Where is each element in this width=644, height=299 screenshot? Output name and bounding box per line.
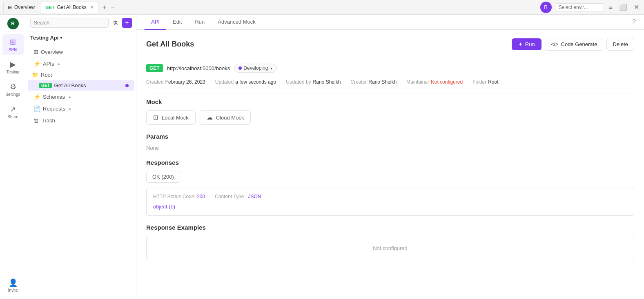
meta-updated-by-label: Updated by [286,79,311,85]
meta-creator: Creator Rano Sheikh [350,79,397,85]
env-badge-label: Developing [243,65,268,71]
cloud-mock-button[interactable]: ☁ Cloud Mock [200,110,251,125]
response-examples-content: Not configured [146,236,634,260]
mock-buttons: ⊡ Local Mock ☁ Cloud Mock [146,110,634,125]
env-select-input[interactable] [555,3,604,11]
grid-icon: ⊞ [8,4,12,10]
tab-edit[interactable]: Edit [166,15,188,30]
endpoint-url: http://localhost:5000/books [167,65,230,71]
run-button-label: Run [525,41,535,47]
left-nav: ⊞ Overview ⚡ APIs ▸ 📁 Root GET Get All B… [26,44,136,128]
get-method-badge: GET [39,83,52,88]
api-item-get-all-books[interactable]: GET Get All Books [28,80,134,91]
status-value: 200 [197,194,205,199]
nav-item-root[interactable]: 📁 Root [26,70,136,80]
tab-get-all-books[interactable]: GET Get All Books ✕ [41,2,98,13]
cloud-mock-label: Cloud Mock [216,115,244,121]
divider-1 [146,93,634,93]
add-tab-button[interactable]: + [100,4,109,11]
content-tabs: API Edit Run Advanced Mock ? [136,15,644,30]
mock-title: Mock [146,98,634,105]
meta-folder-label: Folder [472,79,486,85]
delete-button[interactable]: Delete [606,38,634,51]
help-icon[interactable]: ? [632,18,636,26]
mock-section: Mock ⊡ Local Mock ☁ Cloud Mock [146,98,634,125]
search-input[interactable] [30,18,109,28]
sidebar-item-settings-label: Settings [5,92,20,97]
chevron-down-icon: ▾ [60,35,62,40]
help-icon-wrapper: ? [632,18,636,26]
sidebar-item-apis[interactable]: ⊞ APIs [2,34,24,55]
meta-created: Created February 26, 2023 [146,79,205,85]
tab-run[interactable]: Run [188,15,211,30]
sidebar-item-invite-label: Invite [8,288,18,292]
project-name-text: Testing Api [30,35,58,41]
settings-icon: ⚙ [10,82,16,91]
tab-api[interactable]: API [145,15,166,30]
endpoint-row: GET http://localhost:5000/books Developi… [146,64,634,73]
params-section: Params None [146,133,634,151]
requests-icon: 📄 [33,105,40,112]
nav-item-schemas[interactable]: ⚡ Schemas ▸ [28,91,134,102]
actions-row: ✦ Run </> Code Generate Delete [512,38,634,51]
nav-item-trash[interactable]: 🗑 Trash [28,115,134,126]
nav-root-label: Root [41,72,52,78]
sidebar-item-settings[interactable]: ⚙ Settings [2,79,24,100]
run-button[interactable]: ✦ Run [512,38,541,50]
response-examples-section: Response Examples Not configured [146,224,634,260]
nav-overview-label: Overview [41,49,63,55]
close-tab-icon[interactable]: ✕ [90,4,94,10]
nav-item-overview[interactable]: ⊞ Overview [28,46,134,58]
icon-sidebar: R ⊞ APIs ▶ Testing ⚙ Settings ↗ Share 👤 … [0,15,26,299]
tab-advanced-mock[interactable]: Advanced Mock [211,15,262,30]
content-type-label: Content Type : [215,194,247,199]
apis-nav-icon: ⚡ [33,60,40,67]
more-tabs-button[interactable]: ··· [110,4,115,11]
response-content-type: Content Type : JSON [215,194,261,199]
meta-updated-label: Updated [215,79,234,85]
sidebar-item-testing[interactable]: ▶ Testing [2,57,24,78]
minimize-icon[interactable]: ⬜ [617,3,629,11]
page-title: Get All Books [146,40,194,49]
project-name[interactable]: Testing Api ▾ [26,31,136,44]
sidebar-item-invite[interactable]: 👤 Invite [2,275,24,296]
params-value: None [146,145,634,151]
add-button[interactable]: + [122,18,132,28]
meta-updated-value: a few seconds ago [235,79,276,85]
meta-updated-by-value: Rano Sheikh [313,79,341,85]
response-content: HTTP Status Code: 200 Content Type : JSO… [146,188,634,216]
sidebar-item-share[interactable]: ↗ Share [2,102,24,122]
meta-maintainer: Maintainer Not configured [406,79,463,85]
response-tab-ok200[interactable]: OK (200) [146,171,180,183]
content-area: Get All Books ✦ Run </> Code Generate De… [136,30,644,299]
status-label: HTTP Status Code: [153,194,196,199]
nav-item-apis[interactable]: ⚡ APIs ▸ [28,58,134,69]
main-content: API Edit Run Advanced Mock ? Get All Boo… [136,15,644,299]
user-avatar-topbar[interactable]: R [540,2,552,13]
meta-created-label: Created [146,79,164,85]
apis-arrow-icon: ▸ [58,62,60,66]
apis-icon: ⊞ [10,38,16,47]
cloud-icon: ☁ [207,114,213,121]
local-mock-icon: ⊡ [153,114,158,121]
close-window-icon[interactable]: ✕ [632,3,641,11]
meta-updated: Updated a few seconds ago [215,79,276,85]
nav-item-requests[interactable]: 📄 Requests ▸ [28,103,134,114]
code-generate-button[interactable]: </> Code Generate [545,38,604,51]
tab-overview[interactable]: ⊞ Overview [3,2,39,13]
user-avatar[interactable]: R [7,18,19,29]
meta-updated-by: Updated by Rano Sheikh [286,79,341,85]
response-meta: HTTP Status Code: 200 Content Type : JSO… [153,194,627,199]
meta-maintainer-value: Not configured [431,79,463,85]
sidebar-item-testing-label: Testing [7,70,20,74]
requests-arrow-icon: ▸ [69,106,71,111]
meta-maintainer-label: Maintainer [406,79,429,85]
env-badge[interactable]: Developing ▾ [234,64,277,73]
responses-title: Responses [146,159,634,166]
menu-icon[interactable]: ≡ [607,4,614,11]
object-link[interactable]: object (0) [153,204,175,210]
active-dot [125,84,129,87]
filter-button[interactable]: ⚗ [111,19,120,27]
local-mock-button[interactable]: ⊡ Local Mock [146,110,196,125]
icon-sidebar-bottom: 👤 Invite [2,275,24,296]
